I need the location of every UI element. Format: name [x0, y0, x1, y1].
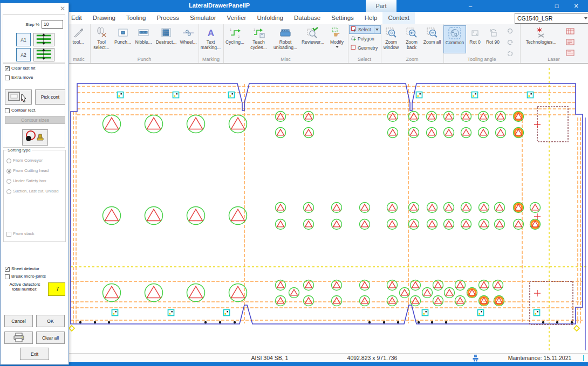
- menu-context[interactable]: Context: [382, 12, 415, 24]
- break-micro-joints-checkbox[interactable]: Break micro-joints: [5, 274, 46, 279]
- ribbon-button-nibble[interactable]: Nibble...: [133, 25, 154, 53]
- selection-rect[interactable]: [530, 281, 573, 324]
- select-dropdown[interactable]: [374, 26, 379, 33]
- clamp-mark[interactable]: [534, 310, 540, 316]
- ribbon-button-rot-90[interactable]: Rot 90: [484, 25, 502, 53]
- a1-button[interactable]: A1: [16, 33, 31, 46]
- menu-process[interactable]: Process: [151, 12, 184, 24]
- clamp-mark[interactable]: [422, 310, 428, 316]
- contour-rect-checkbox[interactable]: Contour rect.: [5, 108, 36, 113]
- micro-joint-dot[interactable]: [571, 321, 573, 323]
- part-canvas[interactable]: [69, 64, 588, 353]
- print-button[interactable]: [4, 332, 33, 344]
- ribbon-button-zoom-all[interactable]: Zoom all: [422, 25, 442, 53]
- clamp-mark[interactable]: [528, 92, 534, 98]
- micro-joint-dot[interactable]: [445, 321, 447, 323]
- micro-joint-dot[interactable]: [542, 321, 544, 323]
- radio-suction-last-cut-unload[interactable]: Suction, Last cut, Unload: [6, 189, 65, 194]
- laser-report-icon[interactable]: [566, 38, 575, 47]
- ribbon-button-modify[interactable]: ☛ Modify: [326, 25, 348, 53]
- micro-joint-dot[interactable]: [397, 321, 399, 323]
- menu-help[interactable]: Help: [359, 12, 383, 24]
- clamp-mark[interactable]: [229, 92, 235, 98]
- radio-under-safety-box[interactable]: Under Safety box: [6, 178, 46, 184]
- micro-joint-dot[interactable]: [94, 321, 96, 323]
- micro-joint-dot[interactable]: [108, 321, 110, 323]
- exit-button[interactable]: Exit: [20, 348, 49, 360]
- ribbon-group-marking: A Text marking... Marking: [199, 24, 224, 63]
- step-input[interactable]: 10: [42, 20, 63, 29]
- a1-adjust-button[interactable]: [33, 33, 54, 46]
- a2-button[interactable]: A2: [16, 48, 31, 61]
- micro-joint-dot[interactable]: [79, 321, 81, 323]
- radio-from-cutting-head[interactable]: From Cutting head: [6, 168, 49, 174]
- ribbon-button-autotool[interactable]: tool...: [67, 25, 89, 53]
- ribbon-button-punch[interactable]: Punch...: [113, 25, 133, 53]
- rotate-ccw-icon[interactable]: [506, 38, 514, 49]
- menu-verifier[interactable]: Verifier: [222, 12, 252, 24]
- ribbon-button-robot-unloading[interactable]: Robot unloading...: [271, 25, 300, 53]
- extra-move-checkbox[interactable]: Extra move: [5, 75, 33, 80]
- ok-button[interactable]: OK: [36, 315, 65, 327]
- selection-rect[interactable]: [537, 107, 568, 142]
- ribbon-button-select[interactable]: Select: [349, 25, 381, 34]
- printer-icon: [13, 333, 25, 343]
- clamp-mark[interactable]: [478, 310, 484, 316]
- delete-detector-button[interactable]: [22, 129, 48, 146]
- micro-joint-dot[interactable]: [204, 321, 207, 323]
- context-category-part[interactable]: Part: [366, 0, 396, 12]
- micro-joint-dot[interactable]: [383, 321, 385, 323]
- clamp-mark[interactable]: [168, 310, 174, 316]
- sheet-detector-checkbox[interactable]: Sheet detector: [5, 266, 39, 272]
- pick-rectangle-button[interactable]: [5, 89, 32, 105]
- clamp-mark[interactable]: [112, 310, 118, 316]
- ribbon-button-rot-0[interactable]: Rot 0: [466, 25, 484, 53]
- menu-settings[interactable]: Settings: [326, 12, 359, 24]
- rotate-cw-icon[interactable]: [506, 27, 514, 37]
- a2-adjust-button[interactable]: [33, 48, 54, 61]
- clear-all-button[interactable]: Clear all: [36, 332, 65, 344]
- ribbon-button-geometry[interactable]: Geometry: [349, 44, 381, 52]
- ribbon-button-technologies[interactable]: Technologies...: [520, 25, 562, 53]
- ribbon-button-tool-select[interactable]: Tool select...: [90, 25, 113, 53]
- micro-joint-dot[interactable]: [431, 321, 433, 323]
- ribbon-button-text-marking[interactable]: A Text marking...: [199, 25, 223, 53]
- ribbon-button-reviewer[interactable]: Reviewer...: [300, 25, 326, 53]
- cancel-button[interactable]: Cancel: [4, 315, 33, 327]
- ribbon-button-wheel[interactable]: Wheel...: [178, 25, 199, 53]
- menu-simulator[interactable]: Simulator: [184, 12, 222, 24]
- clamp-mark[interactable]: [118, 92, 124, 98]
- menu-drawing[interactable]: Drawing: [87, 12, 121, 24]
- machine-select-combobox[interactable]: CG1540_LSR: [515, 13, 588, 24]
- clamp-mark[interactable]: [224, 310, 230, 316]
- ribbon-button-common[interactable]: Common: [443, 25, 466, 53]
- micro-joint-dot[interactable]: [219, 321, 221, 323]
- maximize-button[interactable]: □: [549, 0, 564, 12]
- micro-joint-dot[interactable]: [418, 321, 420, 323]
- micro-joint-dot[interactable]: [234, 321, 236, 323]
- from-stack-checkbox[interactable]: From stack: [6, 231, 35, 237]
- clamp-mark[interactable]: [472, 92, 478, 98]
- menu-tooling[interactable]: Tooling: [121, 12, 151, 24]
- micro-joint-dot[interactable]: [556, 321, 558, 323]
- clamp-mark[interactable]: [173, 92, 179, 98]
- ribbon-button-cycling[interactable]: 12 Cycling...: [223, 25, 247, 53]
- dialog-close-icon[interactable]: ✕: [60, 5, 65, 12]
- ribbon-button-zoom-window[interactable]: Zoom window: [381, 25, 401, 53]
- detector-triangle: [428, 113, 435, 119]
- clamp-mark[interactable]: [416, 92, 422, 98]
- close-button[interactable]: ✕: [569, 0, 584, 12]
- pick-cont-button[interactable]: Pick cont: [35, 89, 65, 105]
- ribbon-button-zoom-back[interactable]: Zoom back: [401, 25, 422, 53]
- radio-from-conveyor[interactable]: From Conveyor: [6, 158, 43, 163]
- menu-database[interactable]: Database: [289, 12, 326, 24]
- menu-unfolding[interactable]: Unfolding: [251, 12, 289, 24]
- micro-joint-dot[interactable]: [368, 321, 371, 323]
- status-sheet-dimensions: 4092.823 x 971.736: [324, 355, 421, 361]
- clear-last-hit-checkbox[interactable]: Clear last hit: [5, 66, 35, 71]
- ribbon-button-teach-cycles[interactable]: 1 Teach cycles...: [247, 25, 271, 53]
- laser-table-icon[interactable]: [566, 27, 575, 37]
- ribbon-button-polygon[interactable]: Polygon: [349, 34, 381, 43]
- minimize-button[interactable]: –: [463, 0, 478, 12]
- ribbon-button-destruct[interactable]: Destruct...: [154, 25, 178, 53]
